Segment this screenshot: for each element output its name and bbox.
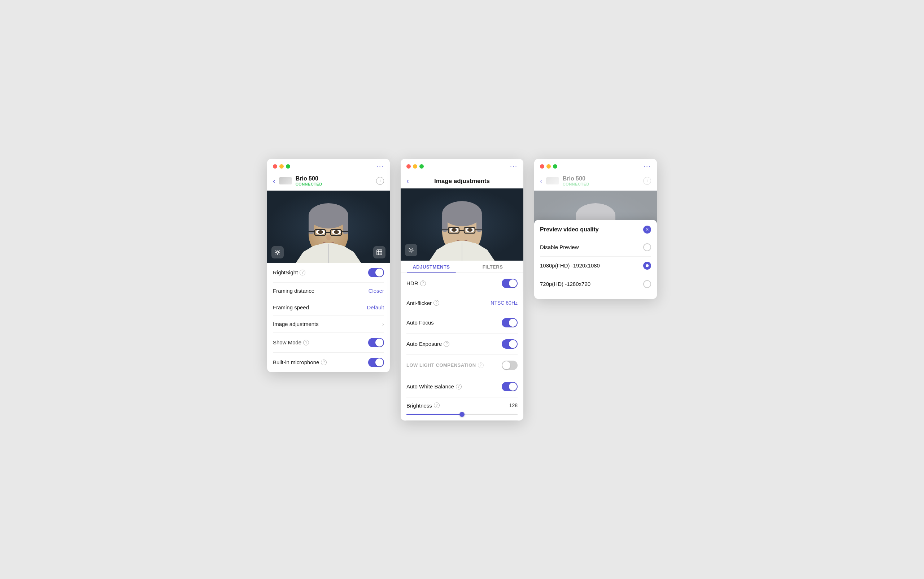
panel1-microphone-label: Built-in microphone ? <box>273 359 327 365</box>
panel2-antiflicker-label: Anti-flicker ? <box>406 300 439 306</box>
maximize-dot[interactable] <box>286 164 290 168</box>
panel1-info-button[interactable]: i <box>376 177 384 185</box>
panel2-antiflicker-help[interactable]: ? <box>433 300 439 306</box>
panel2-autowb-row: Auto White Balance ? <box>406 376 518 397</box>
panel1-show-mode-toggle[interactable] <box>368 338 384 347</box>
panel3-maximize-dot[interactable] <box>553 164 557 168</box>
panel1-framing-speed-label: Framing speed <box>273 304 309 311</box>
panel3-back-button: ‹ <box>540 177 543 185</box>
panel1-show-mode-help[interactable]: ? <box>303 340 309 345</box>
panel1-camera-preview <box>267 191 390 263</box>
svg-point-34 <box>468 228 473 232</box>
panel1-device-info: Brio 500 CONNECTED <box>296 175 373 186</box>
panel2-brightness-help[interactable]: ? <box>434 402 440 408</box>
panel2-hdr-help[interactable]: ? <box>420 280 426 286</box>
panel2-brightness-label-row: Brightness ? 128 <box>406 402 518 409</box>
quality-option-disable[interactable]: Disable Preview <box>540 238 651 257</box>
panel2-lowlight-label: LOW LIGHT COMPENSATION ? <box>406 362 484 368</box>
panel2-back-button[interactable]: ‹ <box>406 177 409 186</box>
svg-rect-19 <box>377 250 382 255</box>
panel3-more-menu[interactable]: ··· <box>644 163 651 170</box>
quality-1080p-radio[interactable] <box>643 262 651 270</box>
quality-720p-label: 720p(HD) -1280x720 <box>540 281 590 287</box>
panel1-framing-speed-value: Default <box>367 304 384 311</box>
panel2-autowb-toggle[interactable] <box>502 382 518 391</box>
panel2-autofocus-toggle[interactable] <box>502 318 518 327</box>
panel2-autoexposure-toggle[interactable] <box>502 339 518 349</box>
panel3-device-header: ‹ Brio 500 CONNECTED i <box>534 173 657 191</box>
panel2-header: ‹ Image adjustments <box>401 173 523 188</box>
quality-option-720p[interactable]: 720p(HD) -1280x720 <box>540 275 651 293</box>
quality-option-1080p[interactable]: 1080p(FHD) -1920x1080 <box>540 257 651 275</box>
svg-point-28 <box>442 201 482 226</box>
panel2-close-dot[interactable] <box>406 164 411 168</box>
quality-disable-label: Disable Preview <box>540 244 579 250</box>
panel2-brightness-thumb[interactable] <box>460 412 464 417</box>
panel1-titlebar: ··· <box>267 159 390 173</box>
minimize-dot[interactable] <box>280 164 284 168</box>
panel-3-window: ··· ‹ Brio 500 CONNECTED i <box>534 159 657 299</box>
panel1-framing-distance-row[interactable]: Framing distance Closer <box>273 283 384 299</box>
panel2-title: Image adjustments <box>434 178 490 185</box>
overlay-title: Preview video quality <box>540 226 599 233</box>
svg-point-9 <box>318 230 323 234</box>
panel2-autowb-help[interactable]: ? <box>456 384 462 389</box>
panel1-back-button[interactable]: ‹ <box>273 177 275 185</box>
panel2-hdr-toggle[interactable] <box>502 279 518 288</box>
panel-2-window: ··· ‹ Image adjustments <box>401 159 523 420</box>
tab-adjustments[interactable]: ADJUSTMENTS <box>401 261 462 273</box>
panel2-maximize-dot[interactable] <box>419 164 424 168</box>
panel2-brightness-row: Brightness ? 128 <box>406 397 518 420</box>
panel1-framing-distance-value: Closer <box>368 288 384 294</box>
panel2-autoexposure-help[interactable]: ? <box>443 341 450 347</box>
panel2-settings-overlay-button[interactable] <box>405 244 417 256</box>
quality-disable-radio[interactable] <box>643 243 651 251</box>
panel1-microphone-row: Built-in microphone ? <box>273 353 384 372</box>
quality-720p-radio[interactable] <box>643 280 651 288</box>
panel2-hdr-row: HDR ? <box>406 273 518 294</box>
overlay-close-button[interactable]: ✕ <box>643 226 651 234</box>
panel2-antiflicker-row[interactable]: Anti-flicker ? NTSC 60Hz <box>406 294 518 312</box>
screens-container: ··· ‹ Brio 500 CONNECTED i <box>267 159 657 420</box>
panel1-image-adjustments-row[interactable]: Image adjustments › <box>273 316 384 333</box>
panel2-antiflicker-value: NTSC 60Hz <box>491 300 518 306</box>
panel2-tabs: ADJUSTMENTS FILTERS <box>401 261 523 273</box>
panel3-window-controls <box>540 164 557 168</box>
panel1-more-menu[interactable]: ··· <box>376 163 384 170</box>
panel3-close-dot[interactable] <box>540 164 544 168</box>
panel1-rightsight-help[interactable]: ? <box>299 270 305 275</box>
panel2-autofocus-label: Auto Focus <box>406 319 434 325</box>
svg-point-4 <box>309 203 348 229</box>
panel3-minimize-dot[interactable] <box>546 164 551 168</box>
panel2-brightness-label: Brightness ? <box>406 402 440 409</box>
panel1-rightsight-toggle[interactable] <box>368 268 384 277</box>
panel2-autowb-label: Auto White Balance ? <box>406 383 462 389</box>
panel1-rightsight-label: RightSight ? <box>273 269 305 275</box>
panel-1-window: ··· ‹ Brio 500 CONNECTED i <box>267 159 390 372</box>
panel2-lowlight-row: LOW LIGHT COMPENSATION ? <box>406 355 518 376</box>
panel1-device-icon <box>279 177 292 185</box>
panel2-autofocus-row: Auto Focus <box>406 312 518 334</box>
panel2-lowlight-toggle[interactable] <box>502 361 518 370</box>
panel3-titlebar: ··· <box>534 159 657 173</box>
panel1-show-mode-label: Show Mode ? <box>273 339 309 345</box>
svg-point-41 <box>410 249 412 251</box>
panel1-microphone-toggle[interactable] <box>368 358 384 367</box>
close-dot[interactable] <box>273 164 277 168</box>
svg-point-18 <box>276 251 279 254</box>
panel3-device-status: CONNECTED <box>563 182 639 186</box>
panel2-minimize-dot[interactable] <box>413 164 417 168</box>
panel1-framing-speed-row[interactable]: Framing speed Default <box>273 299 384 316</box>
panel2-more-menu[interactable]: ··· <box>510 163 518 170</box>
panel1-grid-overlay-button[interactable] <box>373 246 386 258</box>
panel2-titlebar: ··· <box>401 159 523 173</box>
svg-point-33 <box>451 228 456 232</box>
tab-filters[interactable]: FILTERS <box>462 261 523 273</box>
svg-point-10 <box>334 230 339 234</box>
panel1-device-status: CONNECTED <box>296 182 373 186</box>
panel2-hdr-label: HDR ? <box>406 280 426 286</box>
panel2-brightness-slider[interactable] <box>406 412 518 417</box>
panel1-settings-overlay-button[interactable] <box>271 246 284 258</box>
panel2-lowlight-help[interactable]: ? <box>478 362 484 368</box>
panel1-microphone-help[interactable]: ? <box>321 360 327 365</box>
